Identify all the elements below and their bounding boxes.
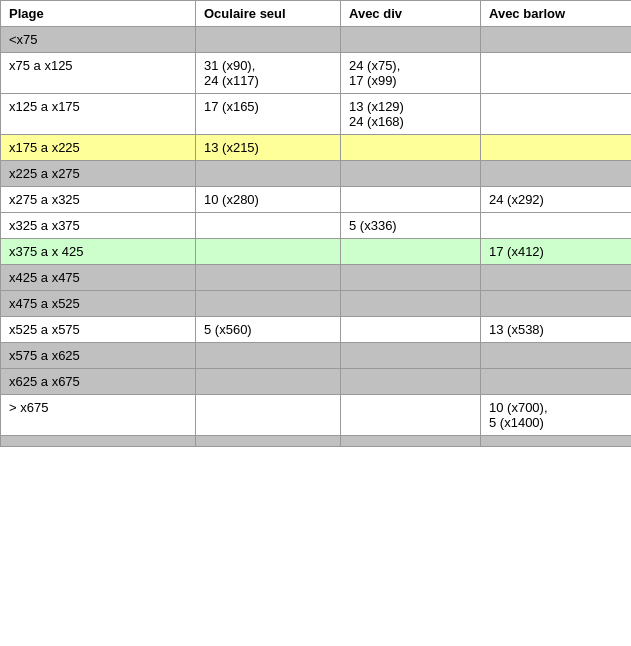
table-cell: x325 a x375 xyxy=(1,213,196,239)
table-row: x525 a x5755 (x560)13 (x538) xyxy=(1,317,632,343)
table-cell xyxy=(196,213,341,239)
table-cell xyxy=(341,135,481,161)
table-cell xyxy=(481,53,632,94)
table-cell: x625 a x675 xyxy=(1,369,196,395)
table-cell xyxy=(341,436,481,447)
header-oculaire: Oculaire seul xyxy=(196,1,341,27)
table-cell: x575 a x625 xyxy=(1,343,196,369)
table-row: x175 a x22513 (x215) xyxy=(1,135,632,161)
table-cell: 13 (x538) xyxy=(481,317,632,343)
table-row: x75 a x12531 (x90),24 (x117)24 (x75),17 … xyxy=(1,53,632,94)
table-cell xyxy=(341,395,481,436)
table-cell: x175 a x225 xyxy=(1,135,196,161)
table-cell xyxy=(341,265,481,291)
table-cell: 24 (x75),17 (x99) xyxy=(341,53,481,94)
table-cell xyxy=(341,291,481,317)
table-row: x425 a x475 xyxy=(1,265,632,291)
table-cell xyxy=(1,436,196,447)
table-cell xyxy=(481,161,632,187)
table-cell xyxy=(196,291,341,317)
table-cell xyxy=(341,343,481,369)
table-cell: 17 (x165) xyxy=(196,94,341,135)
table-cell xyxy=(196,369,341,395)
table-cell: 10 (x700),5 (x1400) xyxy=(481,395,632,436)
table-cell xyxy=(196,436,341,447)
table-cell: 13 (x215) xyxy=(196,135,341,161)
table-cell xyxy=(481,343,632,369)
table-row: x575 a x625 xyxy=(1,343,632,369)
table-cell xyxy=(481,27,632,53)
table-cell: 31 (x90),24 (x117) xyxy=(196,53,341,94)
table-row: x125 a x17517 (x165)13 (x129)24 (x168) xyxy=(1,94,632,135)
table-cell xyxy=(196,395,341,436)
table-cell xyxy=(341,239,481,265)
table-row: <x75 xyxy=(1,27,632,53)
table-cell: 24 (x292) xyxy=(481,187,632,213)
table-cell xyxy=(341,317,481,343)
table-cell: x225 a x275 xyxy=(1,161,196,187)
header-avec-barlow: Avec barlow xyxy=(481,1,632,27)
table-cell: x525 a x575 xyxy=(1,317,196,343)
table-cell: 13 (x129)24 (x168) xyxy=(341,94,481,135)
table-cell: x125 a x175 xyxy=(1,94,196,135)
table-cell xyxy=(481,135,632,161)
table-cell xyxy=(481,265,632,291)
table-row: x275 a x32510 (x280)24 (x292) xyxy=(1,187,632,213)
table-row: x625 a x675 xyxy=(1,369,632,395)
table-cell xyxy=(341,369,481,395)
table-cell: 17 (x412) xyxy=(481,239,632,265)
table-row: x325 a x3755 (x336) xyxy=(1,213,632,239)
table-cell: x475 a x525 xyxy=(1,291,196,317)
table-cell: <x75 xyxy=(1,27,196,53)
table-cell: x75 a x125 xyxy=(1,53,196,94)
table-cell: x375 a x 425 xyxy=(1,239,196,265)
table-cell xyxy=(341,187,481,213)
header-plage: Plage xyxy=(1,1,196,27)
table-cell: x275 a x325 xyxy=(1,187,196,213)
table-cell xyxy=(481,213,632,239)
header-row: Plage Oculaire seul Avec div Avec barlow xyxy=(1,1,632,27)
table-row: x475 a x525 xyxy=(1,291,632,317)
table-cell xyxy=(341,161,481,187)
table-cell xyxy=(196,239,341,265)
table-cell xyxy=(196,343,341,369)
table-row xyxy=(1,436,632,447)
table-cell xyxy=(481,436,632,447)
table-cell xyxy=(196,27,341,53)
table-row: x375 a x 42517 (x412) xyxy=(1,239,632,265)
table-cell xyxy=(341,27,481,53)
table-cell xyxy=(196,161,341,187)
table-cell: 10 (x280) xyxy=(196,187,341,213)
table-cell xyxy=(481,369,632,395)
table-cell: > x675 xyxy=(1,395,196,436)
table-cell xyxy=(481,94,632,135)
header-avec-div: Avec div xyxy=(341,1,481,27)
table-cell: x425 a x475 xyxy=(1,265,196,291)
main-table: Plage Oculaire seul Avec div Avec barlow… xyxy=(0,0,631,447)
table-cell xyxy=(196,265,341,291)
table-cell xyxy=(481,291,632,317)
table-cell: 5 (x336) xyxy=(341,213,481,239)
table-row: x225 a x275 xyxy=(1,161,632,187)
table-row: > x67510 (x700),5 (x1400) xyxy=(1,395,632,436)
table-cell: 5 (x560) xyxy=(196,317,341,343)
